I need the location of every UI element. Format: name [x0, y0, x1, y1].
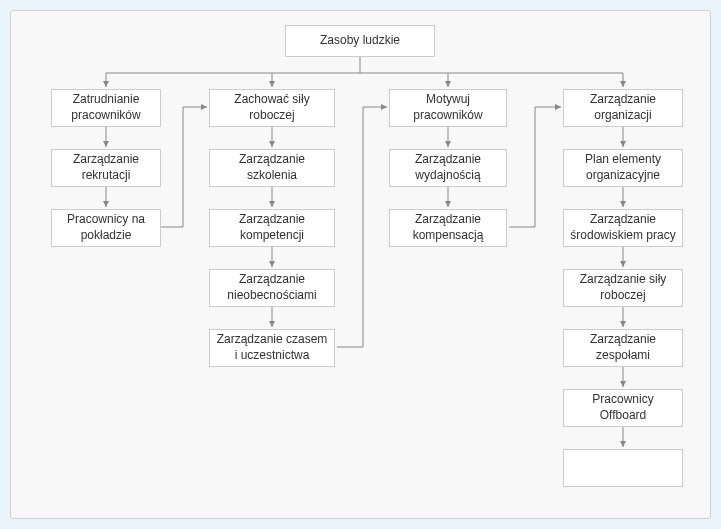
node-label: Zarządzanie środowiskiem pracy: [570, 212, 676, 243]
node-label: Plan elementy organizacyjne: [570, 152, 676, 183]
node-col1-2: Pracownicy na pokładzie: [51, 209, 161, 247]
node-col2-head: Zachować siły roboczej: [209, 89, 335, 127]
node-label: Pracownicy na pokładzie: [58, 212, 154, 243]
node-col4-2: Zarządzanie środowiskiem pracy: [563, 209, 683, 247]
node-col2-2: Zarządzanie kompetencji: [209, 209, 335, 247]
node-label: Zachować siły roboczej: [216, 92, 328, 123]
node-label: Zarządzanie siły roboczej: [570, 272, 676, 303]
connectors: [11, 11, 712, 520]
node-label: Zarządzanie kompensacją: [396, 212, 500, 243]
node-label: Zarządzanie kompetencji: [216, 212, 328, 243]
node-label: Zarządzanie rekrutacji: [58, 152, 154, 183]
node-col4-head: Zarządzanie organizacji: [563, 89, 683, 127]
node-col4-6: [563, 449, 683, 487]
node-label: Zarządzanie nieobecnościami: [216, 272, 328, 303]
node-label: Zatrudnianie pracowników: [58, 92, 154, 123]
node-label: Zarządzanie szkolenia: [216, 152, 328, 183]
node-label: Zasoby ludzkie: [320, 33, 400, 49]
node-col4-3: Zarządzanie siły roboczej: [563, 269, 683, 307]
node-col2-1: Zarządzanie szkolenia: [209, 149, 335, 187]
node-label: Pracownicy Offboard: [570, 392, 676, 423]
node-col4-1: Plan elementy organizacyjne: [563, 149, 683, 187]
node-col1-head: Zatrudnianie pracowników: [51, 89, 161, 127]
node-col1-1: Zarządzanie rekrutacji: [51, 149, 161, 187]
node-col2-4: Zarządzanie czasem i uczestnictwa: [209, 329, 335, 367]
node-col2-3: Zarządzanie nieobecnościami: [209, 269, 335, 307]
node-col3-1: Zarządzanie wydajnością: [389, 149, 507, 187]
node-col3-2: Zarządzanie kompensacją: [389, 209, 507, 247]
node-label: Zarządzanie organizacji: [570, 92, 676, 123]
node-label: Motywuj pracowników: [396, 92, 500, 123]
node-col4-5: Pracownicy Offboard: [563, 389, 683, 427]
node-label: Zarządzanie czasem i uczestnictwa: [216, 332, 328, 363]
node-root: Zasoby ludzkie: [285, 25, 435, 57]
node-col3-head: Motywuj pracowników: [389, 89, 507, 127]
node-col4-4: Zarządzanie zespołami: [563, 329, 683, 367]
node-label: Zarządzanie wydajnością: [396, 152, 500, 183]
node-label: Zarządzanie zespołami: [570, 332, 676, 363]
diagram-frame: Zasoby ludzkie Zatrudnianie pracowników …: [10, 10, 711, 519]
